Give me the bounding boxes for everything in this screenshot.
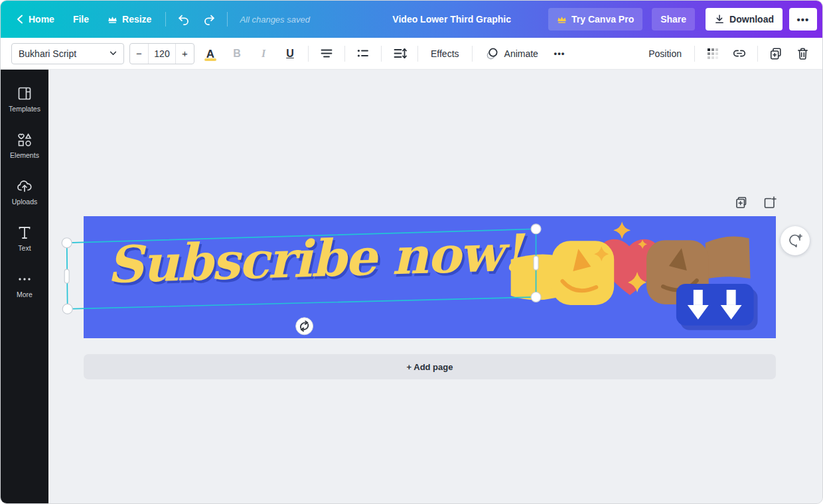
text-icon bbox=[17, 225, 33, 241]
position-button[interactable]: Position bbox=[643, 43, 687, 64]
undo-icon bbox=[177, 14, 190, 25]
undo-button[interactable] bbox=[171, 7, 196, 31]
sidebar-item-text[interactable]: Text bbox=[3, 220, 46, 257]
sidebar-item-label: Templates bbox=[9, 105, 40, 113]
duplicate-icon bbox=[769, 47, 783, 60]
link-icon bbox=[732, 48, 747, 60]
text-align-button[interactable] bbox=[316, 43, 337, 64]
duplicate-button[interactable] bbox=[765, 43, 786, 64]
chevron-down-icon bbox=[110, 51, 117, 56]
file-label: File bbox=[73, 14, 89, 25]
italic-letter: I bbox=[262, 48, 265, 60]
redo-button[interactable] bbox=[197, 7, 222, 31]
line-spacing-icon bbox=[393, 47, 407, 60]
try-pro-label: Try Canva Pro bbox=[571, 14, 634, 25]
separator bbox=[344, 46, 345, 62]
page-actions bbox=[733, 194, 779, 212]
text-color-button[interactable]: A bbox=[200, 43, 221, 64]
bullet-list-icon bbox=[356, 48, 370, 60]
main-area: Templates Elements Uploads Text More bbox=[1, 70, 822, 503]
copy-link-button[interactable] bbox=[729, 43, 750, 64]
share-button[interactable]: Share bbox=[652, 8, 695, 31]
elements-icon bbox=[17, 132, 33, 148]
selection-handle-left[interactable] bbox=[64, 269, 69, 283]
selection-handle-top-left[interactable] bbox=[62, 238, 72, 248]
more-icon bbox=[17, 271, 33, 287]
font-size-increase-button[interactable]: + bbox=[175, 44, 194, 64]
sidebar-item-uploads[interactable]: Uploads bbox=[3, 173, 46, 211]
animate-icon bbox=[485, 47, 499, 60]
file-button[interactable]: File bbox=[64, 7, 98, 31]
add-page-icon-button[interactable] bbox=[761, 194, 779, 212]
animate-label: Animate bbox=[504, 48, 538, 59]
download-icon bbox=[714, 14, 725, 25]
add-page-icon bbox=[763, 196, 777, 210]
add-page-button[interactable]: + Add page bbox=[84, 354, 776, 379]
save-status: All changes saved bbox=[240, 15, 310, 25]
toolbar-right-group: Position bbox=[643, 43, 813, 64]
font-size-stepper: − 120 + bbox=[129, 43, 194, 64]
sidebar-item-more[interactable]: More bbox=[3, 266, 46, 304]
animate-button[interactable]: Animate bbox=[480, 43, 544, 64]
font-family-select[interactable]: Bukhari Script bbox=[11, 43, 124, 64]
align-center-icon bbox=[320, 48, 333, 60]
text-toolbar: Bukhari Script − 120 + A B I U bbox=[1, 38, 822, 70]
separator bbox=[227, 12, 228, 27]
selection-handle-bottom-right[interactable] bbox=[531, 292, 541, 302]
object-panel-sidebar: Templates Elements Uploads Text More bbox=[1, 70, 48, 503]
design-canvas-area: Subscribe now! bbox=[48, 70, 822, 503]
top-bar: Home File Resize All changes saved Video… bbox=[1, 1, 822, 38]
bold-button[interactable]: B bbox=[226, 43, 248, 64]
separator bbox=[694, 46, 695, 62]
separator bbox=[757, 46, 758, 62]
transparency-checkerboard-icon bbox=[707, 48, 719, 60]
document-title[interactable]: Video Lower Third Graphic bbox=[392, 14, 511, 25]
sidebar-item-label: Uploads bbox=[12, 198, 38, 206]
redo-icon bbox=[203, 14, 216, 25]
uploads-icon bbox=[17, 178, 33, 194]
topbar-more-button[interactable]: ••• bbox=[789, 8, 817, 31]
underline-letter: U bbox=[286, 48, 294, 60]
transparency-button[interactable] bbox=[702, 43, 723, 64]
duplicate-page-icon bbox=[735, 196, 749, 210]
selection-handle-top-right[interactable] bbox=[531, 224, 541, 234]
comment-fab-button[interactable] bbox=[781, 226, 810, 255]
try-canva-pro-button[interactable]: Try Canva Pro bbox=[548, 8, 642, 31]
selection-handle-bottom-left[interactable] bbox=[62, 304, 72, 314]
position-label: Position bbox=[648, 48, 682, 59]
font-size-decrease-button[interactable]: − bbox=[130, 44, 149, 64]
selection-handle-right[interactable] bbox=[534, 256, 538, 270]
home-label: Home bbox=[29, 14, 54, 25]
rotate-handle[interactable] bbox=[296, 318, 313, 335]
sidebar-item-templates[interactable]: Templates bbox=[3, 80, 46, 118]
resize-button[interactable]: Resize bbox=[99, 7, 160, 31]
headline-text-element[interactable]: Subscribe now! bbox=[106, 223, 523, 294]
text-color-swatch bbox=[204, 58, 216, 61]
chevron-left-icon bbox=[16, 15, 24, 24]
sidebar-item-label: More bbox=[17, 290, 33, 298]
font-name: Bukhari Script bbox=[19, 48, 76, 59]
crown-icon bbox=[108, 15, 117, 24]
sidebar-item-elements[interactable]: Elements bbox=[3, 127, 46, 164]
trash-icon bbox=[796, 47, 809, 60]
separator bbox=[472, 46, 473, 62]
home-button[interactable]: Home bbox=[7, 7, 63, 31]
italic-button[interactable]: I bbox=[253, 43, 274, 64]
share-label: Share bbox=[660, 14, 686, 25]
templates-icon bbox=[17, 86, 33, 101]
effects-button[interactable]: Effects bbox=[425, 43, 465, 64]
duplicate-page-button[interactable] bbox=[733, 194, 751, 212]
list-button[interactable] bbox=[352, 43, 374, 64]
sidebar-item-label: Text bbox=[18, 244, 31, 252]
font-size-value[interactable]: 120 bbox=[149, 44, 175, 64]
separator bbox=[381, 46, 382, 62]
separator bbox=[165, 12, 166, 27]
download-button[interactable]: Download bbox=[706, 8, 783, 31]
delete-button[interactable] bbox=[792, 43, 813, 64]
separator bbox=[308, 46, 309, 62]
resize-label: Resize bbox=[122, 14, 151, 25]
toolbar-more-button[interactable]: ••• bbox=[549, 43, 570, 64]
bold-letter: B bbox=[233, 48, 241, 60]
spacing-button[interactable] bbox=[389, 43, 410, 64]
underline-button[interactable]: U bbox=[279, 43, 301, 64]
